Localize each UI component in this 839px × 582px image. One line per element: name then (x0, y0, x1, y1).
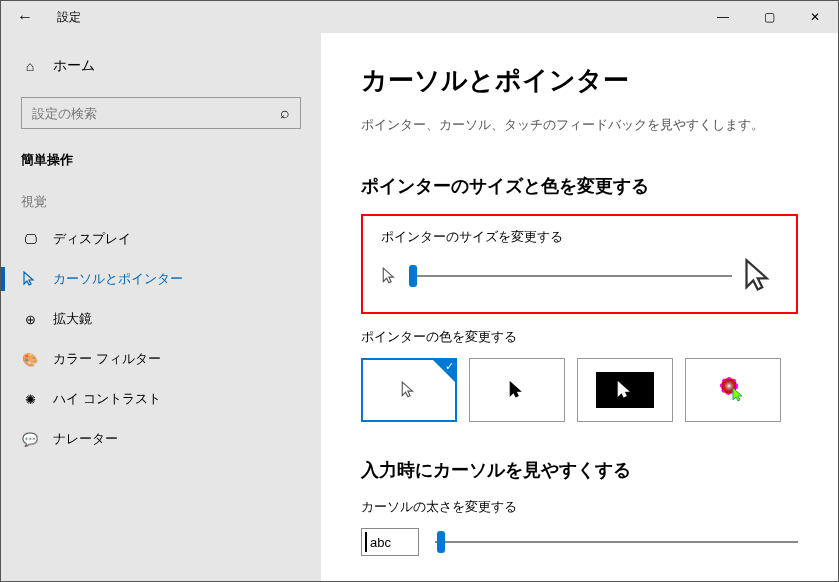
sidebar-item-narrator[interactable]: 💬 ナレーター (1, 419, 321, 459)
back-button[interactable]: ← (1, 1, 49, 33)
slider-thumb[interactable] (437, 531, 445, 553)
page-title: カーソルとポインター (361, 63, 798, 98)
search-icon: ⌕ (280, 104, 290, 122)
slider-track (435, 541, 798, 543)
main-content: カーソルとポインター ポインター、カーソル、タッチのフィードバックを見やすくしま… (321, 33, 838, 581)
check-icon (433, 360, 455, 382)
palette-icon: 🎨 (21, 352, 39, 367)
sidebar-item-label: ナレーター (53, 430, 118, 448)
inverted-bg (596, 372, 654, 408)
large-cursor-icon (742, 258, 778, 294)
magnifier-icon: ⊕ (21, 312, 39, 327)
slider-track (409, 275, 732, 277)
pointer-color-white[interactable] (361, 358, 457, 422)
pointer-color-custom[interactable] (685, 358, 781, 422)
inverted-cursor-icon (616, 381, 634, 399)
cursor-preview-box: abc (361, 528, 419, 556)
narrator-icon: 💬 (21, 432, 39, 447)
pointer-size-highlight: ポインターのサイズを変更する (361, 214, 798, 314)
sidebar-item-magnifier[interactable]: ⊕ 拡大鏡 (1, 299, 321, 339)
home-link[interactable]: ⌂ ホーム (1, 47, 321, 85)
category-title: 簡単操作 (1, 141, 321, 179)
pointer-size-label: ポインターのサイズを変更する (381, 228, 778, 246)
sidebar-item-display[interactable]: 🖵 ディスプレイ (1, 219, 321, 259)
black-cursor-icon (508, 381, 526, 399)
titlebar: ← 設定 — ▢ ✕ (1, 1, 838, 33)
minimize-button[interactable]: — (700, 1, 746, 33)
pointer-color-inverted[interactable] (577, 358, 673, 422)
maximize-button[interactable]: ▢ (746, 1, 792, 33)
monitor-icon: 🖵 (21, 232, 39, 247)
small-cursor-icon (381, 267, 399, 285)
home-label: ホーム (53, 57, 95, 75)
search-box[interactable]: ⌕ (21, 97, 301, 129)
sidebar-item-label: 拡大鏡 (53, 310, 92, 328)
section-pointer-size-color: ポインターのサイズと色を変更する (361, 174, 798, 198)
home-icon: ⌂ (21, 58, 39, 74)
pointer-size-slider[interactable] (409, 264, 732, 288)
section-cursor-visibility: 入力時にカーソルを見やすくする (361, 458, 798, 482)
sidebar-item-cursor-pointer[interactable]: カーソルとポインター (1, 259, 321, 299)
pointer-size-slider-row (381, 258, 778, 294)
search-input[interactable] (32, 106, 280, 121)
sidebar: ⌂ ホーム ⌕ 簡単操作 視覚 🖵 ディスプレイ カーソルとポインター ⊕ 拡大… (1, 33, 321, 581)
sidebar-item-color-filters[interactable]: 🎨 カラー フィルター (1, 339, 321, 379)
page-desc: ポインター、カーソル、タッチのフィードバックを見やすくします。 (361, 116, 798, 134)
window-title: 設定 (57, 9, 81, 26)
cursor-thickness-label: カーソルの太さを変更する (361, 498, 798, 516)
cursor-thickness-slider[interactable] (435, 530, 798, 554)
cursor-thickness-row: abc (361, 528, 798, 556)
color-wheel-icon (719, 376, 747, 404)
pointer-color-label: ポインターの色を変更する (361, 328, 798, 346)
group-title: 視覚 (1, 179, 321, 219)
sidebar-item-label: カーソルとポインター (53, 270, 183, 288)
slider-thumb[interactable] (409, 265, 417, 287)
cursor-icon (21, 271, 39, 287)
sidebar-item-label: ディスプレイ (53, 230, 131, 248)
contrast-icon: ✺ (21, 392, 39, 407)
cursor-preview-text: abc (370, 535, 391, 550)
pointer-color-black[interactable] (469, 358, 565, 422)
sidebar-item-high-contrast[interactable]: ✺ ハイ コントラスト (1, 379, 321, 419)
window-controls: — ▢ ✕ (700, 1, 838, 33)
sidebar-item-label: ハイ コントラスト (53, 390, 161, 408)
pointer-color-options (361, 358, 798, 422)
sidebar-item-label: カラー フィルター (53, 350, 161, 368)
close-button[interactable]: ✕ (792, 1, 838, 33)
white-cursor-icon (400, 381, 418, 399)
